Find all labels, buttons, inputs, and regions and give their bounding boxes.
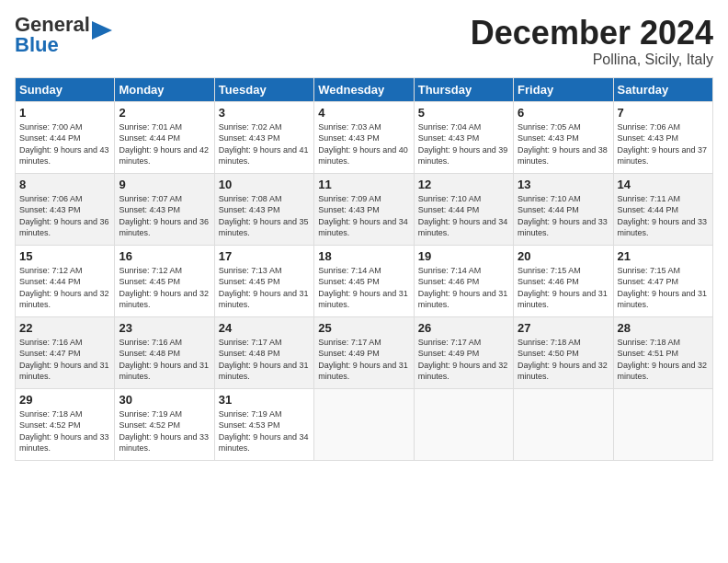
cell-info: Sunrise: 7:17 AMSunset: 4:49 PMDaylight:… [418,338,508,382]
cell-info: Sunrise: 7:16 AMSunset: 4:47 PMDaylight:… [19,338,109,382]
cell-info: Sunrise: 7:08 AMSunset: 4:43 PMDaylight:… [219,194,309,238]
cell-info: Sunrise: 7:17 AMSunset: 4:49 PMDaylight:… [318,338,408,382]
table-cell: 5 Sunrise: 7:04 AMSunset: 4:43 PMDayligh… [414,101,513,173]
table-row: 8 Sunrise: 7:06 AMSunset: 4:43 PMDayligh… [16,173,713,245]
table-cell: 17 Sunrise: 7:13 AMSunset: 4:45 PMDaylig… [214,245,313,316]
day-number: 7 [618,106,709,120]
col-thursday: Thursday [414,77,513,101]
svg-marker-0 [92,21,112,40]
cell-info: Sunrise: 7:18 AMSunset: 4:50 PMDaylight:… [518,338,608,382]
day-number: 17 [219,249,310,263]
day-number: 26 [418,321,509,335]
table-cell: 18 Sunrise: 7:14 AMSunset: 4:45 PMDaylig… [314,245,414,316]
table-cell: 7 Sunrise: 7:06 AMSunset: 4:43 PMDayligh… [613,101,712,173]
table-cell: 2 Sunrise: 7:01 AMSunset: 4:44 PMDayligh… [115,101,214,173]
cell-info: Sunrise: 7:04 AMSunset: 4:43 PMDaylight:… [418,122,508,167]
table-cell [314,388,414,460]
table-cell: 15 Sunrise: 7:12 AMSunset: 4:44 PMDaylig… [16,245,115,316]
cell-info: Sunrise: 7:10 AMSunset: 4:44 PMDaylight:… [518,194,608,238]
table-cell: 23 Sunrise: 7:16 AMSunset: 4:48 PMDaylig… [115,316,214,388]
table-cell: 4 Sunrise: 7:03 AMSunset: 4:43 PMDayligh… [314,101,414,173]
cell-info: Sunrise: 7:01 AMSunset: 4:44 PMDaylight:… [119,122,209,167]
logo-blue: Blue [15,33,59,56]
cell-info: Sunrise: 7:19 AMSunset: 4:52 PMDaylight:… [119,409,209,454]
table-cell: 19 Sunrise: 7:14 AMSunset: 4:46 PMDaylig… [414,245,513,316]
title-block: December 2024 Pollina, Sicily, Italy [471,15,713,68]
table-cell: 14 Sunrise: 7:11 AMSunset: 4:44 PMDaylig… [613,173,712,245]
cell-info: Sunrise: 7:18 AMSunset: 4:52 PMDaylight:… [19,409,109,454]
day-number: 1 [19,106,110,120]
table-cell: 24 Sunrise: 7:17 AMSunset: 4:48 PMDaylig… [214,316,313,388]
day-number: 4 [318,106,409,120]
cell-info: Sunrise: 7:13 AMSunset: 4:45 PMDaylight:… [219,266,309,310]
col-sunday: Sunday [16,77,115,101]
day-number: 18 [318,249,409,263]
cell-info: Sunrise: 7:09 AMSunset: 4:43 PMDaylight:… [318,194,408,238]
col-tuesday: Tuesday [214,77,313,101]
table-cell: 8 Sunrise: 7:06 AMSunset: 4:43 PMDayligh… [16,173,115,245]
col-wednesday: Wednesday [314,77,414,101]
table-cell: 31 Sunrise: 7:19 AMSunset: 4:53 PMDaylig… [214,388,313,460]
cell-info: Sunrise: 7:06 AMSunset: 4:43 PMDaylight:… [618,122,708,167]
calendar-table: Sunday Monday Tuesday Wednesday Thursday… [15,77,713,461]
table-cell: 28 Sunrise: 7:18 AMSunset: 4:51 PMDaylig… [613,316,712,388]
table-row: 29 Sunrise: 7:18 AMSunset: 4:52 PMDaylig… [16,388,713,460]
table-cell [613,388,712,460]
day-number: 22 [19,321,110,335]
table-cell: 27 Sunrise: 7:18 AMSunset: 4:50 PMDaylig… [514,316,613,388]
cell-info: Sunrise: 7:05 AMSunset: 4:43 PMDaylight:… [518,122,608,167]
day-number: 20 [518,249,609,263]
table-cell: 25 Sunrise: 7:17 AMSunset: 4:49 PMDaylig… [314,316,414,388]
cell-info: Sunrise: 7:14 AMSunset: 4:45 PMDaylight:… [318,266,408,310]
day-number: 5 [418,106,509,120]
calendar-header-row: Sunday Monday Tuesday Wednesday Thursday… [16,77,713,101]
header: General Blue December 2024 Pollina, Sici… [15,15,713,68]
day-number: 25 [318,321,409,335]
cell-info: Sunrise: 7:11 AMSunset: 4:44 PMDaylight:… [618,194,708,238]
cell-info: Sunrise: 7:00 AMSunset: 4:44 PMDaylight:… [19,122,109,167]
day-number: 29 [19,393,110,407]
cell-info: Sunrise: 7:15 AMSunset: 4:47 PMDaylight:… [618,266,708,310]
cell-info: Sunrise: 7:15 AMSunset: 4:46 PMDaylight:… [518,266,608,310]
day-number: 13 [518,178,609,191]
cell-info: Sunrise: 7:18 AMSunset: 4:51 PMDaylight:… [618,338,708,382]
logo-arrow-icon [92,21,112,40]
table-row: 15 Sunrise: 7:12 AMSunset: 4:44 PMDaylig… [16,245,713,316]
cell-info: Sunrise: 7:17 AMSunset: 4:48 PMDaylight:… [219,338,309,382]
cell-info: Sunrise: 7:02 AMSunset: 4:43 PMDaylight:… [219,122,309,167]
day-number: 14 [618,178,709,191]
cell-info: Sunrise: 7:12 AMSunset: 4:45 PMDaylight:… [119,266,209,310]
table-cell: 21 Sunrise: 7:15 AMSunset: 4:47 PMDaylig… [613,245,712,316]
day-number: 10 [219,178,310,191]
day-number: 27 [518,321,609,335]
cell-info: Sunrise: 7:16 AMSunset: 4:48 PMDaylight:… [119,338,209,382]
day-number: 24 [219,321,310,335]
table-cell: 30 Sunrise: 7:19 AMSunset: 4:52 PMDaylig… [115,388,214,460]
day-number: 28 [618,321,709,335]
day-number: 8 [19,178,110,191]
day-number: 16 [119,249,210,263]
day-number: 2 [119,106,210,120]
day-number: 15 [19,249,110,263]
table-cell: 9 Sunrise: 7:07 AMSunset: 4:43 PMDayligh… [115,173,214,245]
table-cell: 13 Sunrise: 7:10 AMSunset: 4:44 PMDaylig… [514,173,613,245]
table-cell: 11 Sunrise: 7:09 AMSunset: 4:43 PMDaylig… [314,173,414,245]
cell-info: Sunrise: 7:19 AMSunset: 4:53 PMDaylight:… [219,409,309,454]
table-cell: 22 Sunrise: 7:16 AMSunset: 4:47 PMDaylig… [16,316,115,388]
cell-info: Sunrise: 7:03 AMSunset: 4:43 PMDaylight:… [318,122,408,167]
day-number: 23 [119,321,210,335]
day-number: 9 [119,178,210,191]
table-cell: 20 Sunrise: 7:15 AMSunset: 4:46 PMDaylig… [514,245,613,316]
cell-info: Sunrise: 7:10 AMSunset: 4:44 PMDaylight:… [418,194,508,238]
col-friday: Friday [514,77,613,101]
table-cell: 1 Sunrise: 7:00 AMSunset: 4:44 PMDayligh… [16,101,115,173]
table-cell: 3 Sunrise: 7:02 AMSunset: 4:43 PMDayligh… [214,101,313,173]
table-row: 1 Sunrise: 7:00 AMSunset: 4:44 PMDayligh… [16,101,713,173]
table-cell: 26 Sunrise: 7:17 AMSunset: 4:49 PMDaylig… [414,316,513,388]
day-number: 21 [618,249,709,263]
cell-info: Sunrise: 7:14 AMSunset: 4:46 PMDaylight:… [418,266,508,310]
logo-text: General Blue [15,15,90,55]
table-cell [514,388,613,460]
page-container: General Blue December 2024 Pollina, Sici… [0,0,728,468]
table-cell: 12 Sunrise: 7:10 AMSunset: 4:44 PMDaylig… [414,173,513,245]
